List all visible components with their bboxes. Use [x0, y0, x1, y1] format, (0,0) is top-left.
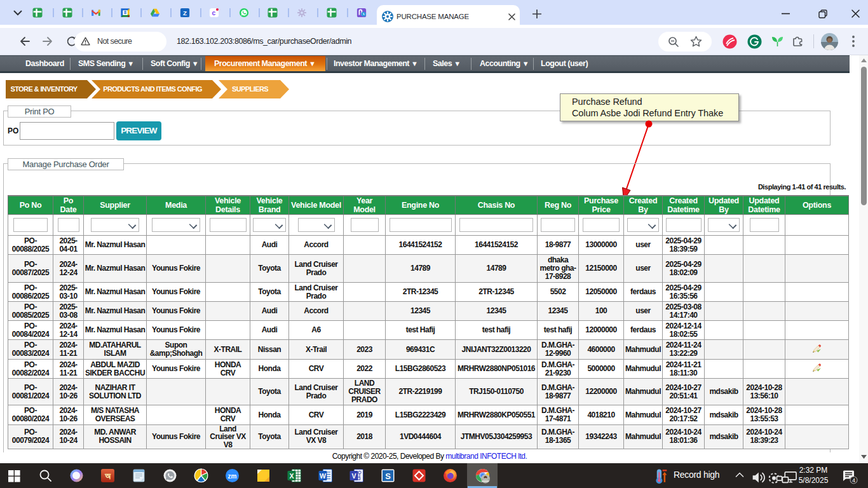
svg-text:অ: অ	[104, 471, 111, 481]
svg-text:X: X	[289, 472, 294, 480]
svg-text:c: c	[212, 10, 216, 17]
svg-text:W: W	[320, 472, 326, 480]
svg-text:zm: zm	[228, 473, 237, 480]
svg-text:Z: Z	[183, 10, 187, 17]
svg-text:S: S	[385, 471, 391, 481]
svg-text:V: V	[351, 472, 356, 480]
svg-text:8: 8	[124, 10, 126, 15]
svg-text:4: 4	[852, 477, 855, 484]
